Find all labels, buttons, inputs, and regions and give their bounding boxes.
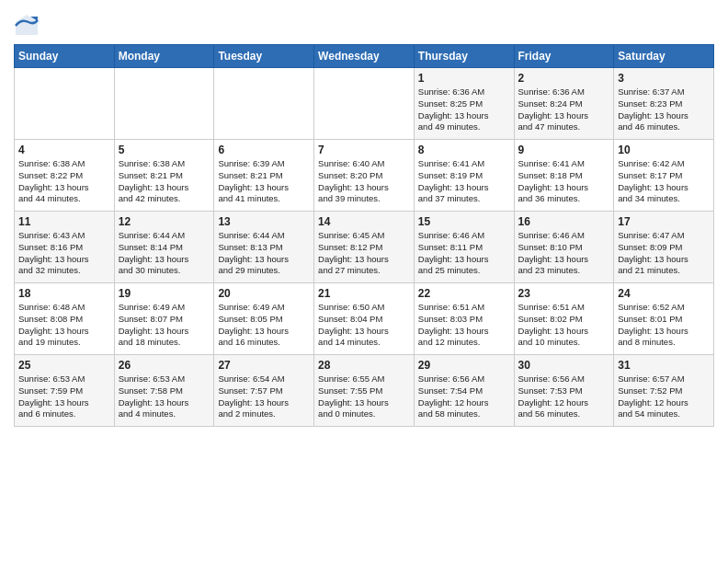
day-number: 22	[418, 287, 510, 300]
day-cell: 23Sunrise: 6:51 AM Sunset: 8:02 PM Dayli…	[514, 283, 614, 355]
day-info: Sunrise: 6:46 AM Sunset: 8:10 PM Dayligh…	[518, 230, 610, 277]
day-info: Sunrise: 6:38 AM Sunset: 8:21 PM Dayligh…	[119, 158, 210, 205]
day-info: Sunrise: 6:44 AM Sunset: 8:13 PM Dayligh…	[218, 230, 310, 277]
day-number: 24	[618, 287, 710, 300]
col-header-thursday: Thursday	[414, 45, 514, 68]
day-number: 4	[18, 144, 110, 156]
day-cell	[314, 68, 415, 140]
day-number: 25	[18, 359, 110, 372]
day-number: 9	[518, 144, 610, 156]
day-info: Sunrise: 6:50 AM Sunset: 8:04 PM Dayligh…	[318, 302, 410, 349]
day-cell: 9Sunrise: 6:41 AM Sunset: 8:18 PM Daylig…	[514, 140, 614, 212]
day-cell: 20Sunrise: 6:49 AM Sunset: 8:05 PM Dayli…	[214, 283, 314, 355]
week-row-1: 1Sunrise: 6:36 AM Sunset: 8:25 PM Daylig…	[15, 68, 714, 140]
week-row-3: 11Sunrise: 6:43 AM Sunset: 8:16 PM Dayli…	[15, 212, 714, 283]
day-cell: 7Sunrise: 6:40 AM Sunset: 8:20 PM Daylig…	[314, 140, 415, 212]
day-cell: 15Sunrise: 6:46 AM Sunset: 8:11 PM Dayli…	[414, 212, 514, 283]
day-number: 16	[518, 215, 610, 228]
day-info: Sunrise: 6:53 AM Sunset: 7:59 PM Dayligh…	[18, 373, 110, 420]
day-cell: 26Sunrise: 6:53 AM Sunset: 7:58 PM Dayli…	[114, 355, 214, 427]
header	[14, 9, 714, 39]
day-cell: 18Sunrise: 6:48 AM Sunset: 8:08 PM Dayli…	[15, 283, 115, 355]
day-cell: 13Sunrise: 6:44 AM Sunset: 8:13 PM Dayli…	[214, 212, 314, 283]
day-number: 7	[318, 144, 410, 156]
day-info: Sunrise: 6:42 AM Sunset: 8:17 PM Dayligh…	[618, 158, 710, 205]
day-cell	[15, 68, 115, 140]
day-number: 30	[518, 359, 610, 372]
day-info: Sunrise: 6:47 AM Sunset: 8:09 PM Dayligh…	[618, 230, 710, 277]
day-info: Sunrise: 6:39 AM Sunset: 8:21 PM Dayligh…	[218, 158, 310, 205]
day-info: Sunrise: 6:54 AM Sunset: 7:57 PM Dayligh…	[218, 373, 310, 420]
day-cell: 8Sunrise: 6:41 AM Sunset: 8:19 PM Daylig…	[414, 140, 514, 212]
day-info: Sunrise: 6:51 AM Sunset: 8:02 PM Dayligh…	[518, 302, 610, 349]
day-info: Sunrise: 6:41 AM Sunset: 8:18 PM Dayligh…	[518, 158, 610, 205]
day-cell: 22Sunrise: 6:51 AM Sunset: 8:03 PM Dayli…	[414, 283, 514, 355]
week-row-2: 4Sunrise: 6:38 AM Sunset: 8:22 PM Daylig…	[15, 140, 714, 212]
day-cell: 24Sunrise: 6:52 AM Sunset: 8:01 PM Dayli…	[614, 283, 714, 355]
day-info: Sunrise: 6:46 AM Sunset: 8:11 PM Dayligh…	[418, 230, 510, 277]
day-info: Sunrise: 6:45 AM Sunset: 8:12 PM Dayligh…	[318, 230, 410, 277]
day-info: Sunrise: 6:53 AM Sunset: 7:58 PM Dayligh…	[119, 373, 210, 420]
week-row-5: 25Sunrise: 6:53 AM Sunset: 7:59 PM Dayli…	[15, 355, 714, 427]
day-number: 13	[218, 215, 310, 228]
day-info: Sunrise: 6:52 AM Sunset: 8:01 PM Dayligh…	[618, 302, 710, 349]
day-number: 14	[318, 215, 410, 228]
day-info: Sunrise: 6:44 AM Sunset: 8:14 PM Dayligh…	[119, 230, 210, 277]
day-info: Sunrise: 6:36 AM Sunset: 8:25 PM Dayligh…	[418, 86, 510, 133]
day-cell: 19Sunrise: 6:49 AM Sunset: 8:07 PM Dayli…	[114, 283, 214, 355]
day-info: Sunrise: 6:40 AM Sunset: 8:20 PM Dayligh…	[318, 158, 410, 205]
day-number: 31	[618, 359, 710, 372]
day-number: 2	[518, 72, 610, 85]
col-header-wednesday: Wednesday	[314, 45, 415, 68]
week-row-4: 18Sunrise: 6:48 AM Sunset: 8:08 PM Dayli…	[15, 283, 714, 355]
day-cell: 1Sunrise: 6:36 AM Sunset: 8:25 PM Daylig…	[414, 68, 514, 140]
day-number: 27	[218, 359, 310, 372]
day-cell: 31Sunrise: 6:57 AM Sunset: 7:52 PM Dayli…	[614, 355, 714, 427]
day-cell: 12Sunrise: 6:44 AM Sunset: 8:14 PM Dayli…	[114, 212, 214, 283]
day-number: 15	[418, 215, 510, 228]
page-container: SundayMondayTuesdayWednesdayThursdayFrid…	[0, 0, 728, 431]
day-number: 6	[218, 144, 310, 156]
day-number: 17	[618, 215, 710, 228]
day-number: 28	[318, 359, 410, 372]
day-cell: 4Sunrise: 6:38 AM Sunset: 8:22 PM Daylig…	[15, 140, 115, 212]
day-cell: 2Sunrise: 6:36 AM Sunset: 8:24 PM Daylig…	[514, 68, 614, 140]
day-cell: 10Sunrise: 6:42 AM Sunset: 8:17 PM Dayli…	[614, 140, 714, 212]
day-cell: 6Sunrise: 6:39 AM Sunset: 8:21 PM Daylig…	[214, 140, 314, 212]
day-info: Sunrise: 6:36 AM Sunset: 8:24 PM Dayligh…	[518, 86, 610, 133]
day-cell: 25Sunrise: 6:53 AM Sunset: 7:59 PM Dayli…	[15, 355, 115, 427]
day-number: 11	[18, 215, 110, 228]
calendar-table: SundayMondayTuesdayWednesdayThursdayFrid…	[14, 44, 714, 427]
day-cell: 28Sunrise: 6:55 AM Sunset: 7:55 PM Dayli…	[314, 355, 415, 427]
day-cell: 16Sunrise: 6:46 AM Sunset: 8:10 PM Dayli…	[514, 212, 614, 283]
col-header-monday: Monday	[114, 45, 214, 68]
day-number: 23	[518, 287, 610, 300]
day-number: 19	[119, 287, 210, 300]
day-number: 20	[218, 287, 310, 300]
day-info: Sunrise: 6:56 AM Sunset: 7:53 PM Dayligh…	[518, 373, 610, 420]
day-info: Sunrise: 6:41 AM Sunset: 8:19 PM Dayligh…	[418, 158, 510, 205]
day-cell	[114, 68, 214, 140]
day-number: 18	[18, 287, 110, 300]
logo-icon	[14, 13, 40, 39]
col-header-tuesday: Tuesday	[214, 45, 314, 68]
day-cell: 11Sunrise: 6:43 AM Sunset: 8:16 PM Dayli…	[15, 212, 115, 283]
col-header-friday: Friday	[514, 45, 614, 68]
day-info: Sunrise: 6:57 AM Sunset: 7:52 PM Dayligh…	[618, 373, 710, 420]
col-header-sunday: Sunday	[15, 45, 115, 68]
day-info: Sunrise: 6:38 AM Sunset: 8:22 PM Dayligh…	[18, 158, 110, 205]
day-info: Sunrise: 6:49 AM Sunset: 8:05 PM Dayligh…	[218, 302, 310, 349]
day-cell: 29Sunrise: 6:56 AM Sunset: 7:54 PM Dayli…	[414, 355, 514, 427]
day-number: 5	[119, 144, 210, 156]
day-info: Sunrise: 6:56 AM Sunset: 7:54 PM Dayligh…	[418, 373, 510, 420]
day-number: 26	[119, 359, 210, 372]
day-cell	[214, 68, 314, 140]
day-cell: 5Sunrise: 6:38 AM Sunset: 8:21 PM Daylig…	[114, 140, 214, 212]
day-cell: 21Sunrise: 6:50 AM Sunset: 8:04 PM Dayli…	[314, 283, 415, 355]
day-cell: 27Sunrise: 6:54 AM Sunset: 7:57 PM Dayli…	[214, 355, 314, 427]
day-number: 1	[418, 72, 510, 85]
day-number: 21	[318, 287, 410, 300]
col-header-saturday: Saturday	[614, 45, 714, 68]
day-cell: 30Sunrise: 6:56 AM Sunset: 7:53 PM Dayli…	[514, 355, 614, 427]
day-cell: 14Sunrise: 6:45 AM Sunset: 8:12 PM Dayli…	[314, 212, 415, 283]
